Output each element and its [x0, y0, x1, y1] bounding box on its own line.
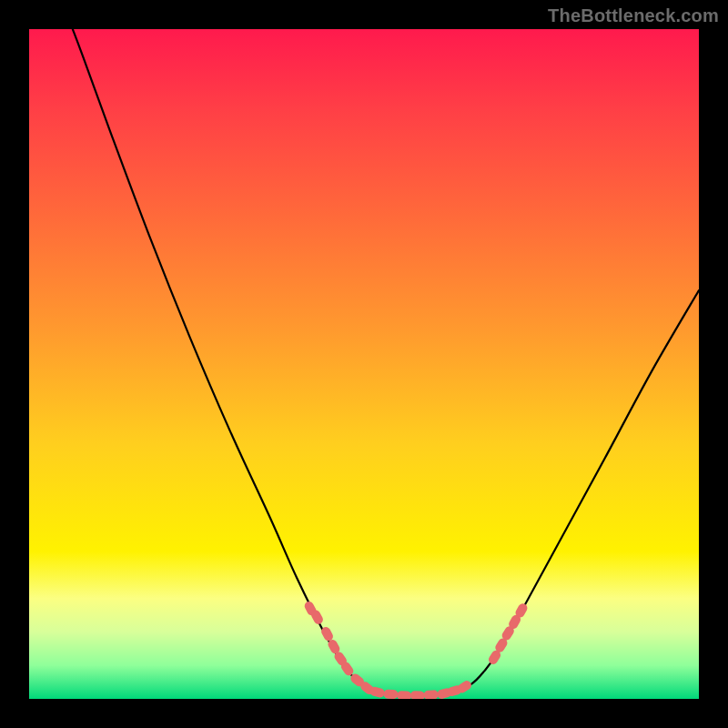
data-marker — [383, 689, 399, 699]
curve-line — [73, 29, 699, 696]
data-marker — [423, 690, 439, 699]
chart-svg — [29, 29, 699, 699]
plot-area — [29, 29, 699, 699]
data-marker — [397, 691, 412, 699]
curve-markers — [303, 600, 529, 699]
watermark-text: TheBottleneck.com — [548, 5, 719, 26]
data-marker — [410, 691, 426, 699]
chart-frame: TheBottleneck.com — [0, 0, 728, 728]
